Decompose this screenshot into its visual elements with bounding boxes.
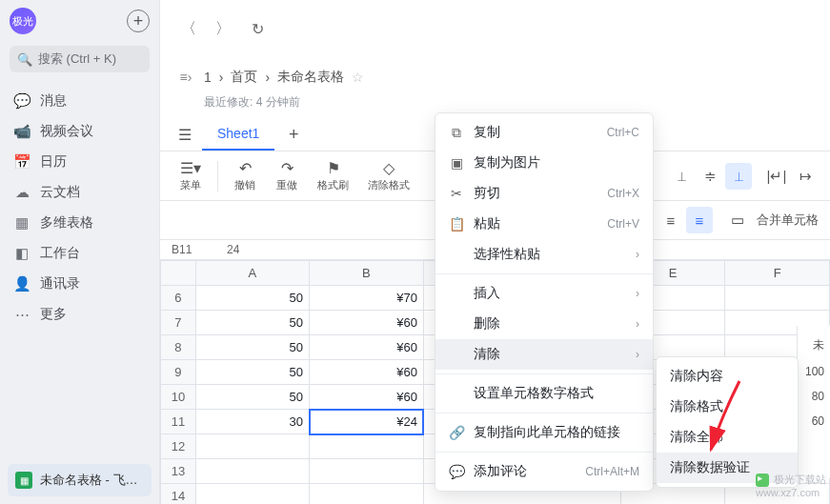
- search-icon: 🔍: [17, 52, 32, 67]
- cut-icon: ✂: [449, 186, 464, 201]
- image-icon: ▣: [449, 155, 464, 171]
- cell[interactable]: ¥60: [310, 335, 424, 360]
- cell[interactable]: 50: [195, 311, 309, 335]
- cell-ref[interactable]: B11: [172, 243, 210, 256]
- redo-button[interactable]: ↷重做: [268, 157, 306, 194]
- avatar[interactable]: 极光: [10, 8, 36, 34]
- row-header[interactable]: 12: [161, 434, 196, 459]
- undo-button[interactable]: ↶撤销: [226, 157, 264, 194]
- chevron-right-icon: ›: [636, 317, 639, 331]
- cell[interactable]: 50: [195, 360, 309, 385]
- valign-bottom-button[interactable]: ⟂: [725, 163, 752, 190]
- sidebar-item-messages[interactable]: 💬消息: [0, 86, 159, 116]
- col-header[interactable]: F: [725, 261, 830, 286]
- menu-button[interactable]: ☰▾菜单: [172, 157, 210, 194]
- wrap-button[interactable]: |↵|: [763, 163, 790, 190]
- menu-copy-image[interactable]: ▣复制为图片: [435, 148, 653, 178]
- sidebar-item-calendar[interactable]: 📅日历: [0, 147, 159, 177]
- row-header[interactable]: 13: [161, 459, 196, 484]
- row-header[interactable]: 14: [161, 484, 196, 505]
- calendar-icon: 📅: [13, 153, 30, 171]
- sidebar-item-contacts[interactable]: 👤通讯录: [0, 269, 159, 299]
- submenu-clear-content[interactable]: 清除内容: [657, 361, 798, 392]
- shortcut: Ctrl+V: [607, 217, 639, 231]
- row-header[interactable]: 7: [161, 311, 196, 335]
- cell[interactable]: [195, 434, 309, 459]
- align-center-button[interactable]: ≡: [658, 207, 684, 233]
- col-header[interactable]: A: [195, 261, 309, 286]
- search-input[interactable]: 🔍 搜索 (Ctrl + K): [10, 46, 150, 72]
- row-header[interactable]: 9: [161, 360, 196, 385]
- clear-format-button[interactable]: ◇清除格式: [360, 157, 417, 194]
- sidebar-item-docs[interactable]: ☁云文档: [0, 177, 159, 208]
- add-sheet-button[interactable]: +: [278, 119, 309, 150]
- cell[interactable]: [310, 459, 424, 484]
- cell[interactable]: [195, 484, 309, 505]
- format-painter-button[interactable]: ⚑格式刷: [310, 157, 356, 194]
- separator: [435, 373, 653, 374]
- eraser-icon: ◇: [383, 159, 395, 176]
- corner-cell[interactable]: [161, 261, 196, 286]
- menu-copy-link[interactable]: 🔗复制指向此单元格的链接: [435, 417, 653, 448]
- sidebar-item-workspace[interactable]: ◧工作台: [0, 238, 159, 269]
- row-header[interactable]: 11: [161, 410, 196, 434]
- menu-copy[interactable]: ⧉复制Ctrl+C: [435, 117, 653, 148]
- sheets-list-icon[interactable]: ☰: [172, 121, 198, 148]
- cell[interactable]: 50: [195, 385, 309, 410]
- valign-top-button[interactable]: ⟂: [668, 163, 695, 190]
- sidebar-item-label: 云文档: [40, 184, 80, 201]
- breadcrumb-icon[interactable]: ≡›: [175, 67, 196, 88]
- sidebar-item-label: 工作台: [40, 245, 80, 262]
- cell[interactable]: ¥70: [310, 286, 424, 311]
- menu-cut[interactable]: ✂剪切Ctrl+X: [435, 178, 653, 209]
- row-header[interactable]: 10: [161, 385, 196, 410]
- cell-value[interactable]: 24: [227, 243, 239, 256]
- col-header[interactable]: B: [310, 261, 424, 286]
- panel-value: 60: [801, 409, 826, 433]
- menu-delete[interactable]: 删除›: [435, 309, 653, 339]
- open-doc-tab[interactable]: ▦ 未命名表格 - 飞…: [8, 464, 152, 496]
- sidebar-item-video[interactable]: 📹视频会议: [0, 116, 159, 147]
- tab-sheet1[interactable]: Sheet1: [202, 118, 274, 151]
- cell[interactable]: [725, 286, 830, 311]
- cell[interactable]: [310, 484, 424, 505]
- cell[interactable]: 50: [195, 286, 309, 311]
- menu-clear[interactable]: 清除›: [435, 339, 653, 370]
- breadcrumb-title[interactable]: 未命名表格: [277, 69, 344, 86]
- sidebar-item-base[interactable]: ▦多维表格: [0, 208, 159, 238]
- open-doc-label: 未命名表格 - 飞…: [40, 472, 138, 489]
- overflow-button[interactable]: ↦: [792, 163, 819, 190]
- cell[interactable]: 50: [195, 335, 309, 360]
- row-header[interactable]: 8: [161, 335, 196, 360]
- brush-icon: ⚑: [327, 159, 340, 176]
- cell[interactable]: [310, 434, 424, 459]
- menu-paste-special[interactable]: 选择性粘贴›: [435, 239, 653, 270]
- merge-cells-button[interactable]: ▭: [724, 207, 751, 233]
- row-header[interactable]: 6: [161, 286, 196, 311]
- breadcrumb-home[interactable]: 首页: [231, 69, 257, 86]
- cell-selected[interactable]: ¥24: [310, 410, 424, 434]
- sidebar-item-more[interactable]: ⋯更多: [0, 299, 159, 330]
- forward-button[interactable]: 〉: [210, 15, 236, 42]
- menu-paste[interactable]: 📋粘贴Ctrl+V: [435, 209, 653, 239]
- chevron-right-icon: ›: [636, 287, 639, 300]
- menu-number-format[interactable]: 设置单元格数字格式: [435, 378, 653, 409]
- submenu-clear-all[interactable]: 清除全部: [657, 422, 798, 453]
- sidebar-item-label: 消息: [40, 92, 67, 110]
- back-button[interactable]: 〈: [175, 15, 202, 42]
- panel-value: 100: [801, 359, 826, 384]
- align-right-button[interactable]: ≡: [686, 207, 713, 233]
- menu-comment[interactable]: 💬添加评论Ctrl+Alt+M: [435, 456, 653, 487]
- separator: [435, 413, 653, 413]
- menu-insert[interactable]: 插入›: [435, 278, 653, 309]
- star-icon[interactable]: ☆: [352, 70, 364, 85]
- cell[interactable]: [195, 459, 309, 484]
- cell[interactable]: ¥60: [310, 360, 424, 385]
- cell[interactable]: 30: [195, 410, 309, 434]
- refresh-button[interactable]: ↻: [244, 15, 271, 42]
- valign-middle-button[interactable]: ≑: [697, 163, 723, 190]
- submenu-clear-format[interactable]: 清除格式: [657, 392, 798, 422]
- new-button[interactable]: +: [127, 10, 150, 32]
- cell[interactable]: ¥60: [310, 311, 424, 335]
- cell[interactable]: ¥60: [310, 385, 424, 410]
